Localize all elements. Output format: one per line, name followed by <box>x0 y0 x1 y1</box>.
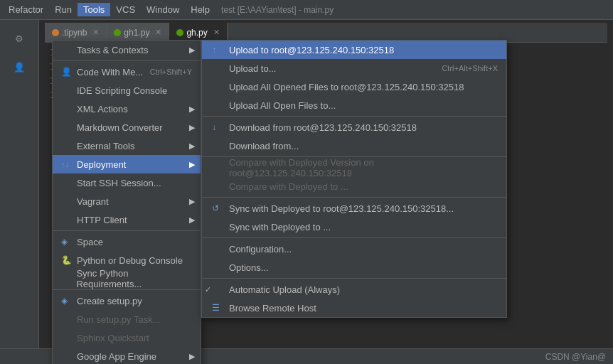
upload-to-shortcut: Ctrl+Alt+Shift+X <box>442 64 498 73</box>
browse-remote-label: Browse Remote Host <box>229 303 316 314</box>
menu-deployment[interactable]: ↑↓ Deployment ▶ <box>53 155 201 173</box>
submenu-sync-deployed-to[interactable]: Sync with Deployed to ... <box>202 218 506 236</box>
submenu-compare-deployed-to: Compare with Deployed to ... <box>202 177 506 196</box>
submenu-sync-deployed[interactable]: ↺ Sync with Deployed to root@123.125.240… <box>202 199 506 218</box>
tab-icon-ghpy <box>176 29 183 36</box>
submenu-download-from[interactable]: Download from... <box>202 136 506 155</box>
submenu-upload-all-open[interactable]: Upload All Open Files to... <box>202 96 506 114</box>
submenu-options[interactable]: Options... <box>202 258 506 277</box>
external-tools-label: External Tools <box>77 141 134 151</box>
xml-actions-label: XML Actions <box>77 104 128 114</box>
upload-all-opened-label: Upload All Opened Files to root@123.125.… <box>229 82 464 92</box>
download-from-label: Download from... <box>229 141 299 151</box>
deployment-label: Deployment <box>77 159 126 170</box>
tab-label-tipynb: .tipynb <box>62 28 87 38</box>
submenu-divider-5 <box>202 278 506 279</box>
submenu-upload-all-opened[interactable]: Upload All Opened Files to root@123.125.… <box>202 77 506 96</box>
menu-tools[interactable]: Tools <box>78 3 110 16</box>
submenu-browse-remote[interactable]: ☰ Browse Remote Host <box>202 299 506 317</box>
menu-refactor[interactable]: Refactor <box>3 3 49 16</box>
menu-sync-python[interactable]: Sync Python Requirements... <box>53 269 201 288</box>
menu-tasks-contexts[interactable]: Tasks & Contexts ▶ <box>53 41 201 59</box>
configuration-label: Configuration... <box>229 244 292 255</box>
check-mark-icon: ✓ <box>205 285 211 294</box>
markdown-arrow: ▶ <box>189 123 195 132</box>
menubar: Refactor Run Tools VCS Window Help test … <box>0 0 613 20</box>
menu-google-app[interactable]: Google App Engine ▶ <box>53 347 201 364</box>
run-setup-label: Run setup.py Task... <box>77 314 161 325</box>
google-app-label: Google App Engine <box>77 351 156 362</box>
code-icon: 👤 <box>61 67 73 77</box>
menu-space[interactable]: ◈ Space <box>53 232 201 251</box>
settings-icon[interactable]: ⚙ <box>6 26 32 51</box>
setup-icon: ◈ <box>61 296 73 306</box>
menu-help[interactable]: Help <box>185 3 215 16</box>
menu-vcs[interactable]: VCS <box>110 3 141 16</box>
http-client-label: HTTP Client <box>77 215 127 225</box>
compare-deployed-label: Compare with Deployed to ... <box>229 181 348 192</box>
submenu-divider-1 <box>202 116 506 117</box>
tab-label-gh1py: gh1.py <box>124 28 149 38</box>
menu-sphinx: Sphinx Quickstart <box>53 328 201 347</box>
sync-deployed-icon: ↺ <box>212 203 225 213</box>
submenu-compare-deployed-version: Compare with Deployed Version on root@12… <box>202 159 506 177</box>
divider-2 <box>53 230 201 231</box>
main-area: ⚙ 👤 .tipynb ✕ gh1.py ✕ gh.py ✕ <box>0 20 613 364</box>
ide-scripting-label: IDE Scripting Console <box>77 85 167 96</box>
submenu-download-from-root[interactable]: ↓ Download from root@123.125.240.150:325… <box>202 118 506 136</box>
browse-remote-icon: ☰ <box>212 303 225 313</box>
tab-icon-gh1py <box>114 29 121 36</box>
code-with-me-shortcut: Ctrl+Shift+Y <box>150 68 192 76</box>
deployment-submenu: ↑ Upload to root@123.125.240.150:32518 U… <box>201 40 507 318</box>
submenu-configuration[interactable]: Configuration... <box>202 240 506 258</box>
options-label: Options... <box>229 262 269 273</box>
upload-all-open-label: Upload All Open Files to... <box>229 100 336 111</box>
space-label: Space <box>77 237 103 247</box>
submenu-divider-4 <box>202 237 506 238</box>
person-icon[interactable]: 👤 <box>6 54 32 80</box>
tab-close-gh1py[interactable]: ✕ <box>155 28 161 37</box>
code-with-me-label: Code With Me... <box>77 67 143 77</box>
menu-run-setup: Run setup.py Task... <box>53 310 201 328</box>
submenu-upload-to-root[interactable]: ↑ Upload to root@123.125.240.150:32518 <box>202 41 506 59</box>
divider-1 <box>53 60 201 61</box>
menu-ssh[interactable]: Start SSH Session... <box>53 173 201 192</box>
upload-root-label: Upload to root@123.125.240.150:32518 <box>229 45 394 55</box>
automatic-upload-label: Automatic Upload (Always) <box>229 284 340 295</box>
menu-http-client[interactable]: HTTP Client ▶ <box>53 210 201 229</box>
xml-arrow: ▶ <box>189 105 195 114</box>
menu-python-debug[interactable]: 🐍 Python or Debug Console <box>53 251 201 269</box>
google-app-arrow: ▶ <box>189 352 195 361</box>
vagrant-label: Vagrant <box>77 196 109 207</box>
menu-ide-scripting[interactable]: IDE Scripting Console <box>53 81 201 100</box>
sidebar: ⚙ 👤 <box>0 20 39 364</box>
ssh-label: Start SSH Session... <box>77 178 161 188</box>
menu-window[interactable]: Window <box>141 3 185 16</box>
external-tools-arrow: ▶ <box>189 141 195 151</box>
divider-3 <box>53 289 201 290</box>
window-title: test [E:\AAYian\test] - main.py <box>221 5 334 15</box>
tasks-arrow: ▶ <box>189 46 195 55</box>
http-arrow: ▶ <box>189 215 195 225</box>
submenu-upload-to[interactable]: Upload to... Ctrl+Alt+Shift+X <box>202 59 506 77</box>
sphinx-label: Sphinx Quickstart <box>77 333 149 343</box>
tools-menu: Tasks & Contexts ▶ 👤 Code With Me... Ctr… <box>52 40 201 364</box>
menu-vagrant[interactable]: Vagrant ▶ <box>53 192 201 210</box>
sync-python-label: Sync Python Requirements... <box>76 268 192 289</box>
python-icon: 🐍 <box>61 255 73 265</box>
vagrant-arrow: ▶ <box>189 197 195 206</box>
menu-markdown[interactable]: Markdown Converter ▶ <box>53 118 201 136</box>
tab-close-ghpy[interactable]: ✕ <box>213 28 220 37</box>
menu-code-with-me[interactable]: 👤 Code With Me... Ctrl+Shift+Y <box>53 63 201 81</box>
tab-icon-tipynb <box>52 29 59 36</box>
markdown-label: Markdown Converter <box>77 122 163 133</box>
submenu-automatic-upload[interactable]: ✓ Automatic Upload (Always) <box>202 280 506 299</box>
tab-close-tipynb[interactable]: ✕ <box>92 28 99 37</box>
upload-to-label: Upload to... <box>229 63 277 74</box>
menu-xml-actions[interactable]: XML Actions ▶ <box>53 100 201 118</box>
menu-create-setup[interactable]: ◈ Create setup.py <box>53 291 201 310</box>
python-debug-label: Python or Debug Console <box>77 255 183 266</box>
menu-external-tools[interactable]: External Tools ▶ <box>53 136 201 155</box>
menu-run[interactable]: Run <box>49 3 78 16</box>
status-text: CSDN @Yian@ <box>545 352 606 362</box>
